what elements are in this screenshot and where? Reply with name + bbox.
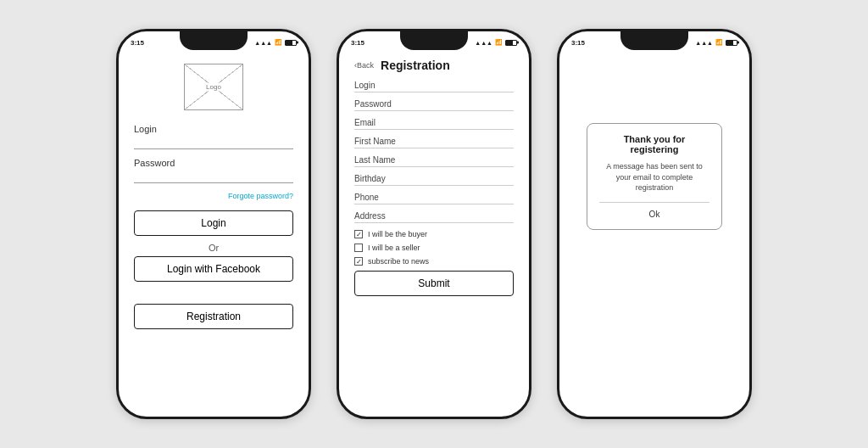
signal-icon-2: ▲▲▲	[475, 40, 492, 46]
reg-email-label: Email	[354, 118, 514, 127]
checkbox-buyer[interactable]: ✓	[354, 230, 363, 238]
phone-registration: 3:15 ▲▲▲ 📶 ‹ Back Registration Login Pas…	[337, 29, 531, 419]
phone-thankyou: 3:15 ▲▲▲ 📶 Thank you for registering A m…	[557, 29, 752, 419]
checkbox-buyer-row[interactable]: ✓ I will be the buyer	[354, 230, 514, 238]
checkbox-seller-label: I will be a seller	[368, 244, 420, 252]
reg-birthday-field[interactable]: Birthday	[354, 174, 514, 186]
password-label: Password	[134, 158, 293, 168]
checkbox-buyer-label: I will be the buyer	[368, 230, 427, 238]
signal-icon-3: ▲▲▲	[695, 40, 713, 46]
reg-phone-label: Phone	[354, 193, 514, 202]
time-2: 3:15	[351, 39, 364, 47]
reg-login-label: Login	[354, 81, 514, 90]
reg-firstname-label: First Name	[354, 137, 514, 146]
reg-birthday-label: Birthday	[354, 174, 514, 183]
reg-title: Registration	[381, 59, 450, 72]
phone-login: 3:15 ▲▲▲ 📶 Logo Login Password Forgote p…	[116, 29, 311, 419]
time-3: 3:15	[571, 39, 585, 47]
dialog-ok-button[interactable]: Ok	[599, 210, 709, 219]
status-icons-1: ▲▲▲ 📶	[254, 39, 297, 46]
dialog-body: A message has been sent to your email to…	[599, 161, 709, 193]
facebook-login-button[interactable]: Login with Facebook	[134, 256, 293, 282]
reg-lastname-field[interactable]: Last Name	[354, 155, 514, 167]
checkbox-news[interactable]: ✓	[354, 257, 363, 266]
reg-phone-field[interactable]: Phone	[354, 193, 514, 204]
checkbox-seller-row[interactable]: I will be a seller	[354, 244, 514, 252]
thankyou-screen: Thank you for registering A message has …	[559, 50, 749, 417]
wifi-icon-1: 📶	[275, 39, 282, 46]
password-input[interactable]	[134, 170, 293, 183]
reg-email-field[interactable]: Email	[354, 118, 514, 130]
checkbox-news-row[interactable]: ✓ subscribe to news	[354, 257, 514, 266]
reg-firstname-field[interactable]: First Name	[354, 137, 514, 148]
wifi-icon-2: 📶	[495, 39, 503, 46]
reg-address-label: Address	[354, 211, 514, 221]
submit-button[interactable]: Submit	[354, 271, 514, 296]
logo-placeholder: Logo	[184, 64, 243, 110]
login-label: Login	[134, 124, 293, 134]
thankyou-dialog: Thank you for registering A message has …	[587, 123, 722, 230]
time-1: 3:15	[131, 39, 144, 47]
signal-icon-1: ▲▲▲	[254, 40, 272, 46]
status-bar-2: 3:15 ▲▲▲ 📶	[339, 31, 529, 50]
battery-icon-1	[285, 40, 297, 46]
reg-lastname-label: Last Name	[354, 155, 514, 165]
reg-password-label: Password	[354, 99, 514, 109]
status-icons-3: ▲▲▲ 📶	[695, 39, 737, 46]
login-input[interactable]	[134, 136, 293, 149]
logo-text: Logo	[204, 83, 223, 91]
battery-icon-3	[726, 40, 737, 46]
battery-icon-2	[505, 40, 517, 46]
checkbox-news-label: subscribe to news	[368, 257, 429, 266]
reg-header: ‹ Back Registration	[354, 55, 514, 72]
status-bar-3: 3:15 ▲▲▲ 📶	[559, 31, 749, 50]
wifi-icon-3: 📶	[715, 39, 723, 46]
dialog-title: Thank you for registering	[599, 134, 709, 154]
reg-password-field[interactable]: Password	[354, 99, 514, 111]
registration-button[interactable]: Registration	[134, 304, 293, 329]
checkbox-seller[interactable]	[354, 244, 363, 252]
reg-address-field[interactable]: Address	[354, 211, 514, 223]
or-divider: Or	[134, 243, 293, 253]
forgot-password-link[interactable]: Forgote password?	[134, 192, 293, 200]
reg-login-field[interactable]: Login	[354, 81, 514, 92]
login-button[interactable]: Login	[134, 210, 293, 236]
status-icons-2: ▲▲▲ 📶	[475, 39, 517, 46]
dialog-divider	[599, 202, 709, 203]
back-link[interactable]: Back	[357, 61, 374, 70]
registration-screen: ‹ Back Registration Login Password Email…	[339, 50, 529, 417]
status-bar-1: 3:15 ▲▲▲ 📶	[119, 31, 309, 50]
login-screen: Logo Login Password Forgote password? Lo…	[119, 50, 309, 417]
